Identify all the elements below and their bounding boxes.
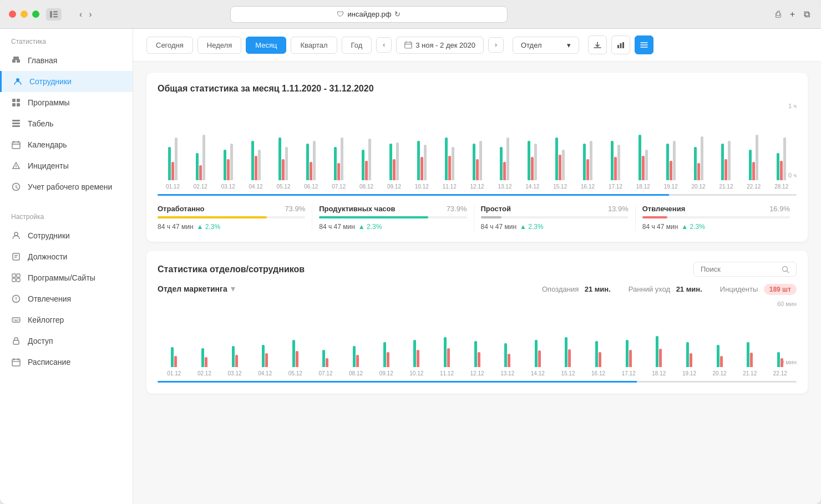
dept-bar-green <box>292 340 295 368</box>
dept-bar-green <box>413 340 416 368</box>
svg-rect-28 <box>12 274 16 277</box>
bar-gray <box>673 141 676 181</box>
back-button[interactable]: ‹ <box>77 7 84 22</box>
period-week-button[interactable]: Неделя <box>197 37 241 54</box>
period-year-button[interactable]: Год <box>342 37 372 54</box>
sidebar-item-positions[interactable]: Должности <box>0 246 133 267</box>
sidebar-item-programs-sites[interactable]: Программы/Сайты <box>0 267 133 288</box>
share-button[interactable]: ⎙ <box>773 7 783 22</box>
bar-green <box>445 138 448 180</box>
shield-icon: 🛡 <box>337 10 344 18</box>
bar-group <box>713 141 739 181</box>
dept-opozd: Опоздания 21 мин. <box>542 284 611 294</box>
period-month-button[interactable]: Месяц <box>246 37 286 54</box>
prev-date-button[interactable]: ‹ <box>376 37 392 53</box>
next-date-button[interactable]: › <box>488 37 504 53</box>
dept-bar-green <box>232 346 235 367</box>
dept-chart-labels: 01.1202.1203.1204.1205.1207.1208.1209.12… <box>158 370 797 376</box>
chart-date-label: 07.12 <box>326 184 352 190</box>
chart-col <box>243 141 269 181</box>
dept-chart-col <box>402 340 431 368</box>
sidebar-item-access[interactable]: Доступ <box>0 330 133 352</box>
chart-icon <box>616 40 625 49</box>
maximize-button[interactable] <box>32 11 39 18</box>
sidebar-item-calendar[interactable]: Календарь <box>0 134 133 155</box>
sidebar-item-settings-employees[interactable]: Сотрудники <box>0 225 133 246</box>
dept-chart-scrollbar[interactable] <box>158 381 797 383</box>
bar-gray <box>230 144 233 180</box>
bar-red <box>724 159 727 181</box>
sidebar-item-incidents[interactable]: Инциденты <box>0 155 133 176</box>
dept-info-row: Отдел маркетинга ▾ Опоздания 21 мин. Ран… <box>158 283 797 294</box>
dept-bar-red <box>174 356 177 367</box>
chart-date-label: 28.12 <box>768 184 794 190</box>
svg-rect-29 <box>17 274 20 277</box>
schedule-icon <box>11 357 21 367</box>
bar-green <box>389 144 392 180</box>
sidebar-toggle-button[interactable] <box>46 8 62 21</box>
bar-group <box>243 141 269 181</box>
chart-date-label: 21.12 <box>713 184 739 190</box>
prog-label: Продуктивных часов <box>319 205 395 213</box>
chart-col <box>658 141 684 181</box>
dept-bar-group <box>554 337 582 367</box>
ranniy-val: 21 мин. <box>676 285 702 293</box>
prog-pct: 16.9% <box>769 205 790 213</box>
sidebar-item-schedule[interactable]: Расписание <box>0 352 133 373</box>
reload-button[interactable]: ↻ <box>394 10 401 18</box>
prog-bar-fill <box>642 216 667 218</box>
date-range-picker[interactable]: 3 ноя - 2 дек 2020 <box>396 37 484 54</box>
dept-chart-col <box>372 342 401 367</box>
period-quarter-button[interactable]: Квартал <box>291 37 337 54</box>
bar-group <box>575 141 601 181</box>
bar-green <box>473 144 475 180</box>
dept-chart-date-label: 02.12 <box>190 370 219 376</box>
download-button[interactable] <box>588 35 607 54</box>
svg-rect-51 <box>617 45 619 48</box>
chart-col <box>519 141 545 181</box>
prog-time: 84 ч 47 мин <box>481 223 517 231</box>
chart-bar-button[interactable] <box>611 35 630 54</box>
sidebar-item-employees[interactable]: Сотрудники <box>0 71 133 92</box>
list-view-button[interactable] <box>635 35 653 54</box>
bar-green <box>196 153 199 181</box>
search-icon <box>782 266 789 273</box>
prog-footer: 84 ч 47 мин ▲ 2.3% <box>481 223 629 231</box>
bar-gray <box>783 138 786 180</box>
dept-bar-group <box>433 337 462 367</box>
sidebar-label-programs: Программы <box>28 98 70 107</box>
dept-bar-group <box>251 345 280 368</box>
stats-col: Отвлечения 16.9% 84 ч 47 мин ▲ 2.3% <box>636 205 797 231</box>
tabs-button[interactable]: ⧉ <box>802 7 812 22</box>
bar-green <box>168 147 171 181</box>
bar-green <box>417 141 420 181</box>
dept-chart-date-label: 04.12 <box>251 370 280 376</box>
sidebar-item-keylogger[interactable]: Кейлоггер <box>0 309 133 330</box>
bar-red <box>171 162 174 180</box>
period-today-button[interactable]: Сегодня <box>146 37 193 54</box>
sidebar-item-time-tracking[interactable]: Учет рабочего времени <box>0 176 133 197</box>
forward-button[interactable]: › <box>87 7 94 22</box>
sidebar-item-tabel[interactable]: Табель <box>0 113 133 134</box>
sidebar-item-distractions[interactable]: Отвлечения <box>0 288 133 309</box>
dept-section-title: Статистика отделов/сотрудников <box>158 264 305 274</box>
sidebar-label-distractions: Отвлечения <box>28 294 71 303</box>
stats-col: Продуктивных часов 73.9% 84 ч 47 мин ▲ 2… <box>312 205 474 231</box>
sidebar-label-tabel: Табель <box>28 119 53 128</box>
ranniy-label: Ранний уход <box>629 285 670 293</box>
sidebar-item-home[interactable]: Главная <box>0 50 133 71</box>
main-chart-scrollbar[interactable] <box>158 194 797 196</box>
minimize-button[interactable] <box>21 11 28 18</box>
dept-dropdown-icon[interactable]: ▾ <box>231 283 235 294</box>
prog-header: Отвлечения 16.9% <box>642 205 790 213</box>
dept-name: Отдел маркетинга <box>158 284 227 293</box>
prog-bar-fill <box>481 216 501 218</box>
svg-rect-52 <box>620 43 621 48</box>
bar-red <box>255 156 257 180</box>
search-input[interactable] <box>701 265 778 273</box>
new-tab-button[interactable]: + <box>788 7 797 22</box>
department-select[interactable]: Отдел ▾ <box>513 37 579 54</box>
sidebar-item-programs[interactable]: Программы <box>0 92 133 113</box>
close-button[interactable] <box>9 11 16 18</box>
sidebar-label-employees: Сотрудники <box>29 77 72 86</box>
